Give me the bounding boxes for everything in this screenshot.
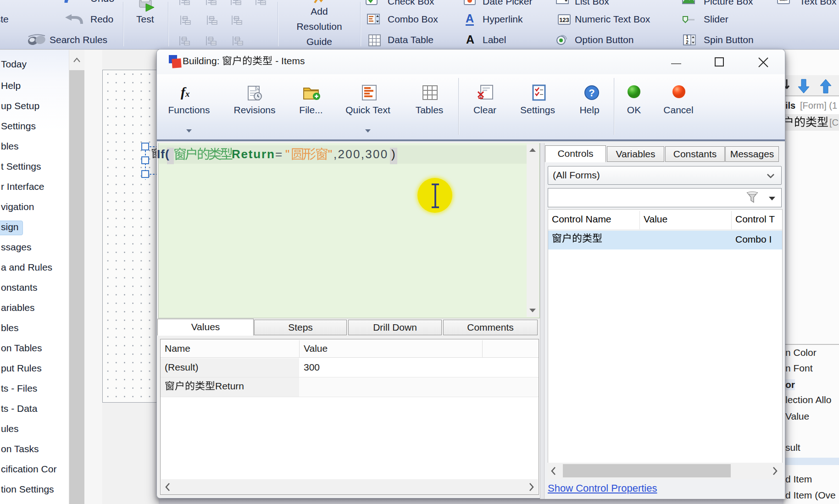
- svg-text:1: 1: [686, 35, 689, 40]
- svg-text:123: 123: [559, 17, 569, 23]
- svg-text:2: 2: [686, 40, 689, 45]
- svg-text:abl: abl: [779, 0, 787, 2]
- svg-text:?: ?: [589, 87, 595, 99]
